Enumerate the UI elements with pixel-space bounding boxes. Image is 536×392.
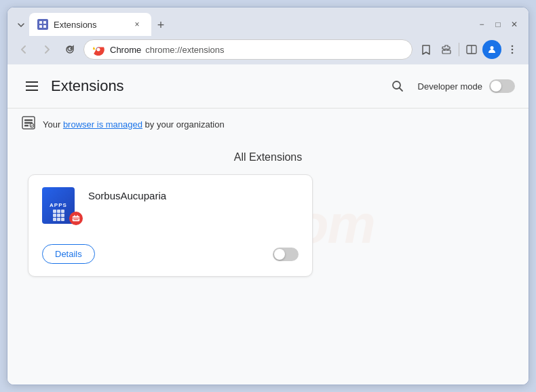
address-domain: Chrome [110, 45, 141, 55]
extension-bottom: Details [42, 244, 299, 264]
managed-notice: Your browser is managed by your organiza… [7, 109, 529, 140]
tab-group-arrow[interactable] [13, 16, 29, 35]
window-controls: − □ ✕ [476, 18, 523, 31]
extension-toggle[interactable] [273, 248, 299, 261]
svg-rect-17 [24, 119, 33, 121]
extension-icon-grid [53, 210, 64, 221]
extension-toggle-knob [274, 249, 285, 260]
nav-bar: Chrome chrome://extensions [7, 36, 529, 64]
ext-dot-7 [53, 218, 56, 221]
svg-point-10 [491, 46, 494, 50]
details-button[interactable]: Details [42, 244, 95, 264]
extension-name: SorbusAucuparia [88, 187, 166, 201]
forward-button[interactable] [37, 40, 56, 59]
extension-icon-wrapper: APPS [42, 187, 79, 224]
extensions-header: Extensions Developer mode [7, 64, 529, 109]
svg-rect-27 [77, 219, 79, 220]
tab-title: Extensions [54, 20, 126, 30]
extensions-main: All Extensions APPS [7, 140, 529, 288]
dev-mode-toggle[interactable] [489, 79, 515, 93]
nav-divider [459, 43, 459, 56]
sidebar-menu-button[interactable] [21, 75, 43, 97]
svg-rect-2 [43, 21, 46, 24]
bookmark-button[interactable] [417, 40, 436, 59]
hamburger-line-1 [26, 81, 38, 83]
profile-button[interactable] [482, 40, 501, 59]
ext-dot-4 [53, 214, 56, 217]
nav-right [417, 40, 522, 59]
tab-close-button[interactable]: × [131, 18, 143, 31]
address-bar[interactable]: Chrome chrome://extensions [83, 39, 413, 60]
maximize-button[interactable]: □ [492, 18, 504, 31]
ext-dot-5 [57, 214, 60, 217]
hamburger-line-3 [26, 90, 38, 91]
svg-rect-4 [43, 25, 46, 28]
svg-rect-0 [37, 19, 48, 30]
svg-rect-21 [73, 216, 79, 221]
svg-rect-19 [24, 125, 28, 127]
extension-icon-apps-text: APPS [50, 202, 67, 208]
svg-line-15 [399, 88, 402, 92]
address-path: chrome://extensions [145, 45, 224, 55]
menu-button[interactable] [503, 40, 522, 59]
svg-point-12 [512, 49, 514, 51]
dev-mode-label: Developer mode [418, 81, 482, 92]
dev-mode-toggle-knob [491, 81, 501, 92]
extensions-button[interactable] [437, 40, 456, 59]
ext-dot-9 [61, 218, 64, 221]
managed-link[interactable]: browser is managed [63, 119, 142, 130]
reload-button[interactable] [60, 40, 79, 59]
ext-dot-2 [57, 210, 60, 213]
svg-point-11 [512, 45, 514, 47]
managed-text: Your browser is managed by your organiza… [43, 119, 225, 130]
chrome-logo [92, 43, 104, 56]
hamburger-line-2 [26, 85, 38, 87]
extension-top: APPS [42, 187, 299, 224]
ext-dot-8 [57, 218, 60, 221]
tab-area: Extensions × + [13, 13, 473, 36]
extension-icon-badge [69, 212, 83, 225]
managed-text-post: by your organization [142, 119, 225, 130]
ext-dot-3 [61, 210, 64, 213]
managed-icon [21, 115, 36, 134]
ext-dot-1 [53, 210, 56, 213]
svg-rect-7 [442, 50, 451, 54]
page-title: Extensions [51, 77, 377, 95]
svg-rect-25 [74, 219, 75, 220]
extension-card: APPS [28, 174, 313, 277]
dev-mode-area: Developer mode [418, 79, 515, 93]
managed-text-pre: Your [43, 119, 63, 130]
svg-point-6 [97, 48, 100, 52]
new-tab-button[interactable]: + [151, 16, 170, 35]
close-button[interactable]: ✕ [508, 18, 520, 31]
split-view-button[interactable] [462, 40, 481, 59]
browser-window: Extensions × + − □ ✕ [7, 7, 529, 385]
tab-favicon [37, 19, 48, 30]
svg-point-13 [512, 52, 514, 54]
page-content: rick.com Extensions Developer mode [7, 64, 529, 385]
svg-rect-1 [39, 21, 42, 24]
minimize-button[interactable]: − [476, 18, 488, 31]
title-bar: Extensions × + − □ ✕ [7, 7, 529, 36]
address-text: Chrome chrome://extensions [110, 45, 225, 55]
back-button[interactable] [14, 40, 33, 59]
ext-dot-6 [61, 214, 64, 217]
svg-rect-3 [39, 25, 42, 28]
svg-rect-26 [75, 219, 77, 220]
active-tab[interactable]: Extensions × [29, 13, 151, 36]
all-extensions-title: All Extensions [28, 151, 508, 163]
search-extensions-button[interactable] [385, 74, 410, 98]
